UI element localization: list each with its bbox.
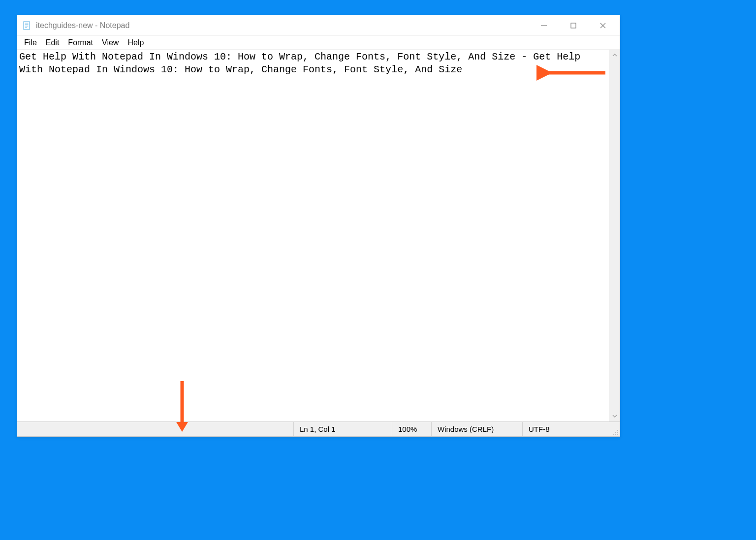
svg-point-14 (617, 434, 618, 435)
menu-format[interactable]: Format (64, 37, 97, 48)
svg-point-13 (615, 434, 616, 435)
status-left-empty (17, 422, 293, 436)
editor-area: Get Help With Notepad In Windows 10: How… (17, 50, 620, 421)
svg-rect-0 (24, 22, 30, 30)
menu-view[interactable]: View (98, 37, 123, 48)
statusbar: Ln 1, Col 1 100% Windows (CRLF) UTF-8 (17, 421, 620, 436)
status-encoding: UTF-8 (522, 422, 611, 436)
svg-point-11 (617, 432, 618, 433)
status-line-col: Ln 1, Col 1 (293, 422, 392, 436)
scroll-down-icon[interactable] (609, 411, 620, 421)
text-editor[interactable]: Get Help With Notepad In Windows 10: How… (17, 50, 609, 421)
minimize-button[interactable] (529, 15, 559, 36)
status-line-ending: Windows (CRLF) (431, 422, 522, 436)
svg-point-10 (615, 432, 616, 433)
vertical-scrollbar[interactable] (609, 50, 620, 421)
svg-rect-6 (571, 23, 576, 28)
svg-point-9 (617, 430, 618, 431)
maximize-button[interactable] (559, 15, 588, 36)
titlebar[interactable]: itechguides-new - Notepad (17, 15, 620, 36)
notepad-window: itechguides-new - Notepad File Edit Form… (17, 15, 620, 437)
notepad-app-icon (22, 21, 32, 30)
menubar: File Edit Format View Help (17, 36, 620, 50)
status-zoom: 100% (392, 422, 431, 436)
resize-grip-icon[interactable] (611, 422, 620, 436)
menu-file[interactable]: File (20, 37, 41, 48)
svg-point-12 (613, 434, 614, 435)
close-button[interactable] (588, 15, 618, 36)
menu-edit[interactable]: Edit (42, 37, 63, 48)
window-title: itechguides-new - Notepad (36, 21, 129, 30)
scroll-up-icon[interactable] (609, 50, 620, 60)
menu-help[interactable]: Help (124, 37, 148, 48)
